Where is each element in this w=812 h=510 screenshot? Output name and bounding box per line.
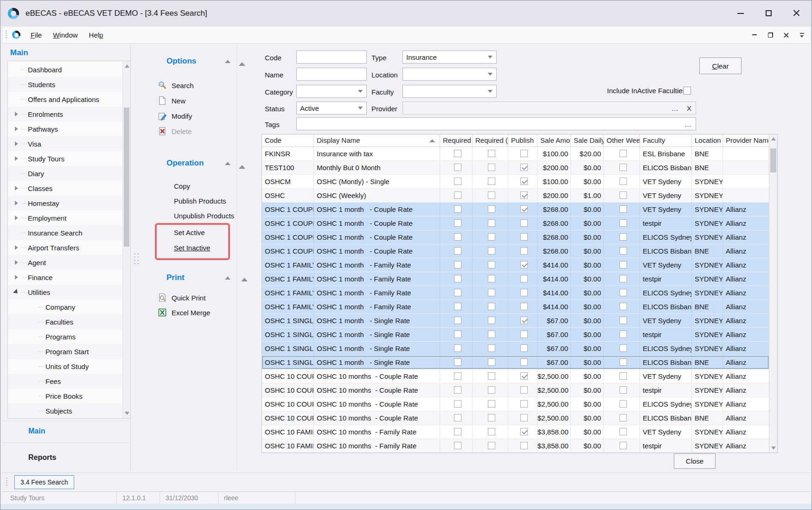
checkbox-unchecked[interactable]: [520, 331, 528, 338]
checkbox-unchecked[interactable]: [520, 247, 528, 255]
sidebar-item-study-tours[interactable]: Study Tours: [8, 151, 123, 166]
faculty-select[interactable]: [403, 85, 497, 98]
table-row[interactable]: TEST100Monthly But 0 Month$200.00$0.00EL…: [262, 161, 769, 175]
category-select[interactable]: [296, 85, 367, 98]
checkbox-unchecked[interactable]: [520, 414, 528, 421]
checkbox-unchecked[interactable]: [520, 233, 528, 241]
checkbox-unchecked[interactable]: [620, 178, 627, 185]
menu-file[interactable]: File: [25, 28, 47, 42]
sidebar-item-company[interactable]: Company: [8, 300, 123, 314]
checkbox-unchecked[interactable]: [488, 247, 495, 255]
checkbox-unchecked[interactable]: [620, 247, 627, 255]
checkbox-unchecked[interactable]: [488, 358, 495, 366]
options-section-title[interactable]: Options: [166, 57, 196, 66]
toolbar-overflow-button[interactable]: [798, 31, 806, 39]
sidebar-footer-reports[interactable]: Reports: [28, 453, 56, 462]
checkbox-unchecked[interactable]: [620, 400, 627, 408]
sidebar-item-insurance-search[interactable]: Insurance Search: [8, 225, 123, 240]
checkbox-unchecked[interactable]: [620, 303, 627, 310]
checkbox-unchecked[interactable]: [620, 191, 627, 199]
code-input[interactable]: [296, 51, 367, 64]
name-input[interactable]: [296, 68, 367, 81]
checkbox-unchecked[interactable]: [620, 372, 627, 380]
table-row[interactable]: FKINSRInsurance with tax$100.00$20.00ESL…: [262, 147, 769, 161]
checkbox-unchecked[interactable]: [488, 414, 495, 421]
column-header-code[interactable]: Code: [262, 134, 314, 147]
toolbar-grip[interactable]: [5, 30, 7, 40]
print-section-title[interactable]: Print: [166, 273, 185, 282]
quick-print-action[interactable]: Quick Print: [158, 293, 205, 302]
modify-action[interactable]: Modify: [158, 111, 192, 121]
checkbox-unchecked[interactable]: [454, 372, 461, 380]
sidebar-item-subjects[interactable]: Subjects: [8, 403, 123, 418]
tags-browse-button[interactable]: …: [680, 120, 696, 128]
scroll-down-icon[interactable]: [771, 446, 776, 450]
sidebar-item-units-of-study[interactable]: Units of Study: [8, 359, 123, 374]
column-header-sale-daily[interactable]: Sale Daily: [571, 134, 604, 147]
sidebar-item-price-books[interactable]: Price Books: [8, 389, 123, 403]
checkbox-unchecked[interactable]: [488, 372, 495, 380]
column-header-publish[interactable]: Publish: [508, 134, 537, 147]
delete-action[interactable]: Delete: [158, 127, 192, 136]
scroll-down-icon[interactable]: [125, 412, 129, 415]
tree-collapsed-icon[interactable]: [12, 186, 21, 191]
menu-window[interactable]: Window: [47, 28, 83, 42]
checkbox-unchecked[interactable]: [488, 219, 495, 227]
splitter-grip[interactable]: [133, 252, 140, 265]
checkbox-unchecked[interactable]: [620, 414, 627, 421]
checkbox-unchecked[interactable]: [454, 261, 461, 268]
grid-scrollbar[interactable]: [769, 134, 777, 453]
collapse-options-icon[interactable]: [225, 60, 230, 63]
tree-collapsed-icon[interactable]: [12, 112, 21, 116]
checkbox-unchecked[interactable]: [488, 150, 495, 157]
tree-collapsed-icon[interactable]: [12, 260, 21, 265]
checkbox-checked[interactable]: [520, 261, 528, 268]
sidebar-item-fees[interactable]: Fees: [8, 374, 123, 389]
checkbox-unchecked[interactable]: [620, 428, 627, 435]
table-row[interactable]: OSHC 1 SINGLEOSHC 1 month - Single Rate$…: [262, 314, 769, 328]
checkbox-unchecked[interactable]: [620, 317, 627, 324]
sidebar-item-finance[interactable]: Finance: [8, 270, 123, 285]
close-window-button[interactable]: [789, 6, 803, 20]
type-select[interactable]: Insurance: [403, 51, 497, 64]
provider-browse-button[interactable]: …: [667, 104, 683, 112]
maximize-button[interactable]: [761, 6, 775, 20]
checkbox-unchecked[interactable]: [520, 150, 528, 157]
checkbox-unchecked[interactable]: [454, 275, 461, 282]
set-inactive-action[interactable]: Set Inactive: [174, 244, 210, 252]
clear-button[interactable]: Clear: [699, 57, 742, 74]
checkbox-unchecked[interactable]: [454, 386, 461, 394]
table-row[interactable]: OSHC 1 COUPLEOSHC 1 month - Couple Rate$…: [262, 217, 769, 230]
collapse-panel-icon[interactable]: [239, 165, 245, 169]
collapse-panel-icon[interactable]: [241, 278, 248, 281]
checkbox-unchecked[interactable]: [454, 358, 461, 366]
checkbox-unchecked[interactable]: [488, 344, 495, 352]
table-row[interactable]: OSHC 10 COUPLEOSHC 10 months - Couple Ra…: [262, 370, 769, 383]
include-inactive-checkbox[interactable]: [683, 87, 691, 95]
unpublish-products-action[interactable]: Unpublish Products: [174, 212, 234, 220]
checkbox-unchecked[interactable]: [488, 205, 495, 213]
column-header-display-name[interactable]: Display Name: [314, 134, 440, 147]
checkbox-unchecked[interactable]: [454, 414, 461, 421]
scroll-up-icon[interactable]: [771, 137, 776, 140]
table-row[interactable]: OSHCOSHC (Weekly)$200.00$1.00VET SydenyS…: [262, 189, 769, 203]
publish-products-action[interactable]: Publish Products: [174, 197, 226, 205]
tabbar-grip[interactable]: [6, 477, 8, 487]
checkbox-unchecked[interactable]: [488, 331, 495, 338]
sidebar-item-programs[interactable]: Programs: [8, 329, 123, 344]
sidebar-item-program-start[interactable]: Program Start: [8, 344, 123, 359]
checkbox-unchecked[interactable]: [454, 164, 461, 171]
sidebar-item-offers-and-applications[interactable]: Offers and Applications: [8, 92, 123, 107]
tree-collapsed-icon[interactable]: [12, 275, 21, 280]
checkbox-unchecked[interactable]: [454, 428, 461, 435]
copy-action[interactable]: Copy: [174, 182, 190, 190]
checkbox-unchecked[interactable]: [454, 191, 461, 199]
checkbox-checked[interactable]: [520, 317, 528, 324]
sidebar-footer-main[interactable]: Main: [28, 427, 45, 435]
location-select[interactable]: [403, 68, 497, 81]
checkbox-unchecked[interactable]: [454, 178, 461, 185]
sidebar-item-enrolments[interactable]: Enrolments: [8, 107, 123, 121]
tab-fees-search[interactable]: 3.4 Fees Search: [14, 475, 74, 489]
checkbox-unchecked[interactable]: [620, 331, 627, 338]
table-row[interactable]: OSHCMOSHC (Montly) - Single$100.00$0.00V…: [262, 175, 769, 189]
